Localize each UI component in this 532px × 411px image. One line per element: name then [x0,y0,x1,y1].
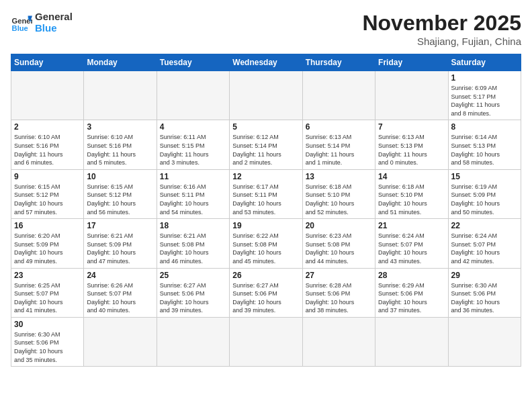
day-info: Sunrise: 6:29 AM Sunset: 5:06 PM Dayligh… [378,281,445,315]
calendar-cell [302,317,375,366]
calendar-cell: 5Sunrise: 6:12 AM Sunset: 5:14 PM Daylig… [230,120,302,169]
day-number: 12 [232,172,299,181]
page-header: General Blue General Blue November 2025 … [11,11,521,47]
calendar-cell: 16Sunrise: 6:20 AM Sunset: 5:09 PM Dayli… [11,219,84,268]
calendar-cell: 27Sunrise: 6:28 AM Sunset: 5:06 PM Dayli… [302,268,375,317]
calendar-cell: 24Sunrise: 6:26 AM Sunset: 5:07 PM Dayli… [84,268,157,317]
day-number: 25 [160,271,226,280]
day-number: 21 [378,221,445,230]
logo-icon: General Blue [11,11,32,33]
day-info: Sunrise: 6:19 AM Sunset: 5:09 PM Dayligh… [451,183,518,216]
calendar-cell: 2Sunrise: 6:10 AM Sunset: 5:16 PM Daylig… [11,120,84,169]
day-info: Sunrise: 6:27 AM Sunset: 5:06 PM Dayligh… [160,281,226,315]
calendar-week-row: 30Sunrise: 6:30 AM Sunset: 5:06 PM Dayli… [11,317,521,366]
weekday-header-row: SundayMondayTuesdayWednesdayThursdayFrid… [11,54,521,71]
calendar-cell: 7Sunrise: 6:13 AM Sunset: 5:13 PM Daylig… [375,120,448,169]
calendar-cell: 25Sunrise: 6:27 AM Sunset: 5:06 PM Dayli… [157,268,229,317]
weekday-header: Tuesday [157,54,229,71]
calendar-cell: 13Sunrise: 6:18 AM Sunset: 5:10 PM Dayli… [302,169,375,218]
day-info: Sunrise: 6:26 AM Sunset: 5:07 PM Dayligh… [87,281,153,315]
day-info: Sunrise: 6:30 AM Sunset: 5:06 PM Dayligh… [451,281,518,315]
day-info: Sunrise: 6:24 AM Sunset: 5:07 PM Dayligh… [451,232,518,265]
day-number: 27 [306,271,372,280]
calendar-week-row: 9Sunrise: 6:15 AM Sunset: 5:12 PM Daylig… [11,169,521,218]
calendar-cell: 28Sunrise: 6:29 AM Sunset: 5:06 PM Dayli… [375,268,448,317]
day-info: Sunrise: 6:28 AM Sunset: 5:06 PM Dayligh… [306,281,372,315]
logo-blue-text: Blue [35,22,73,34]
day-number: 23 [14,271,81,280]
day-info: Sunrise: 6:20 AM Sunset: 5:09 PM Dayligh… [14,232,81,265]
calendar-cell: 18Sunrise: 6:21 AM Sunset: 5:08 PM Dayli… [157,219,229,268]
day-info: Sunrise: 6:13 AM Sunset: 5:13 PM Dayligh… [378,133,445,167]
day-info: Sunrise: 6:22 AM Sunset: 5:08 PM Dayligh… [232,232,299,265]
calendar-cell [157,317,229,366]
calendar-cell: 6Sunrise: 6:13 AM Sunset: 5:14 PM Daylig… [302,120,375,169]
calendar-cell: 10Sunrise: 6:15 AM Sunset: 5:12 PM Dayli… [84,169,157,218]
title-block: November 2025 Shajiang, Fujian, China [362,11,521,47]
calendar-cell [157,71,229,120]
calendar-cell [84,317,157,366]
day-number: 22 [451,221,518,230]
day-info: Sunrise: 6:24 AM Sunset: 5:07 PM Dayligh… [378,232,445,265]
calendar-cell: 14Sunrise: 6:18 AM Sunset: 5:10 PM Dayli… [375,169,448,218]
day-number: 10 [87,172,153,181]
logo: General Blue General Blue [11,11,73,34]
day-info: Sunrise: 6:10 AM Sunset: 5:16 PM Dayligh… [87,133,153,167]
day-info: Sunrise: 6:27 AM Sunset: 5:06 PM Dayligh… [232,281,299,315]
month-title: November 2025 [362,11,521,36]
calendar-table: SundayMondayTuesdayWednesdayThursdayFrid… [11,54,521,367]
calendar-cell: 23Sunrise: 6:25 AM Sunset: 5:07 PM Dayli… [11,268,84,317]
calendar-cell: 21Sunrise: 6:24 AM Sunset: 5:07 PM Dayli… [375,219,448,268]
calendar-cell: 12Sunrise: 6:17 AM Sunset: 5:11 PM Dayli… [230,169,302,218]
day-number: 29 [451,271,518,280]
weekday-header: Thursday [302,54,375,71]
calendar-week-row: 16Sunrise: 6:20 AM Sunset: 5:09 PM Dayli… [11,219,521,268]
calendar-cell [448,317,521,366]
day-info: Sunrise: 6:09 AM Sunset: 5:17 PM Dayligh… [451,84,518,118]
calendar-cell: 1Sunrise: 6:09 AM Sunset: 5:17 PM Daylig… [448,71,521,120]
day-number: 24 [87,271,153,280]
calendar-cell: 4Sunrise: 6:11 AM Sunset: 5:15 PM Daylig… [157,120,229,169]
day-number: 6 [306,122,372,132]
calendar-cell: 22Sunrise: 6:24 AM Sunset: 5:07 PM Dayli… [448,219,521,268]
day-number: 4 [160,122,226,132]
calendar-cell: 17Sunrise: 6:21 AM Sunset: 5:09 PM Dayli… [84,219,157,268]
calendar-cell: 11Sunrise: 6:16 AM Sunset: 5:11 PM Dayli… [157,169,229,218]
day-number: 17 [87,221,153,230]
calendar-cell [375,317,448,366]
day-info: Sunrise: 6:10 AM Sunset: 5:16 PM Dayligh… [14,133,81,167]
day-info: Sunrise: 6:21 AM Sunset: 5:09 PM Dayligh… [87,232,153,265]
calendar-cell: 30Sunrise: 6:30 AM Sunset: 5:06 PM Dayli… [11,317,84,366]
weekday-header: Wednesday [230,54,302,71]
calendar-week-row: 1Sunrise: 6:09 AM Sunset: 5:17 PM Daylig… [11,71,521,120]
day-number: 3 [87,122,153,132]
weekday-header: Friday [375,54,448,71]
weekday-header: Monday [84,54,157,71]
calendar-cell: 8Sunrise: 6:14 AM Sunset: 5:13 PM Daylig… [448,120,521,169]
day-number: 7 [378,122,445,132]
day-number: 30 [14,320,81,329]
calendar-week-row: 2Sunrise: 6:10 AM Sunset: 5:16 PM Daylig… [11,120,521,169]
calendar-cell [84,71,157,120]
day-info: Sunrise: 6:18 AM Sunset: 5:10 PM Dayligh… [378,183,445,216]
day-info: Sunrise: 6:14 AM Sunset: 5:13 PM Dayligh… [451,133,518,167]
day-info: Sunrise: 6:17 AM Sunset: 5:11 PM Dayligh… [232,183,299,216]
day-info: Sunrise: 6:13 AM Sunset: 5:14 PM Dayligh… [306,133,372,167]
day-info: Sunrise: 6:18 AM Sunset: 5:10 PM Dayligh… [306,183,372,216]
day-number: 14 [378,172,445,181]
day-number: 26 [232,271,299,280]
calendar-cell [375,71,448,120]
calendar-cell [230,317,302,366]
day-info: Sunrise: 6:15 AM Sunset: 5:12 PM Dayligh… [87,183,153,216]
calendar-week-row: 23Sunrise: 6:25 AM Sunset: 5:07 PM Dayli… [11,268,521,317]
day-info: Sunrise: 6:23 AM Sunset: 5:08 PM Dayligh… [306,232,372,265]
day-info: Sunrise: 6:11 AM Sunset: 5:15 PM Dayligh… [160,133,226,167]
calendar-cell [230,71,302,120]
day-number: 15 [451,172,518,181]
day-number: 1 [451,73,518,83]
day-number: 5 [232,122,299,132]
calendar-cell: 19Sunrise: 6:22 AM Sunset: 5:08 PM Dayli… [230,219,302,268]
day-info: Sunrise: 6:25 AM Sunset: 5:07 PM Dayligh… [14,281,81,315]
day-number: 13 [306,172,372,181]
day-info: Sunrise: 6:15 AM Sunset: 5:12 PM Dayligh… [14,183,81,216]
